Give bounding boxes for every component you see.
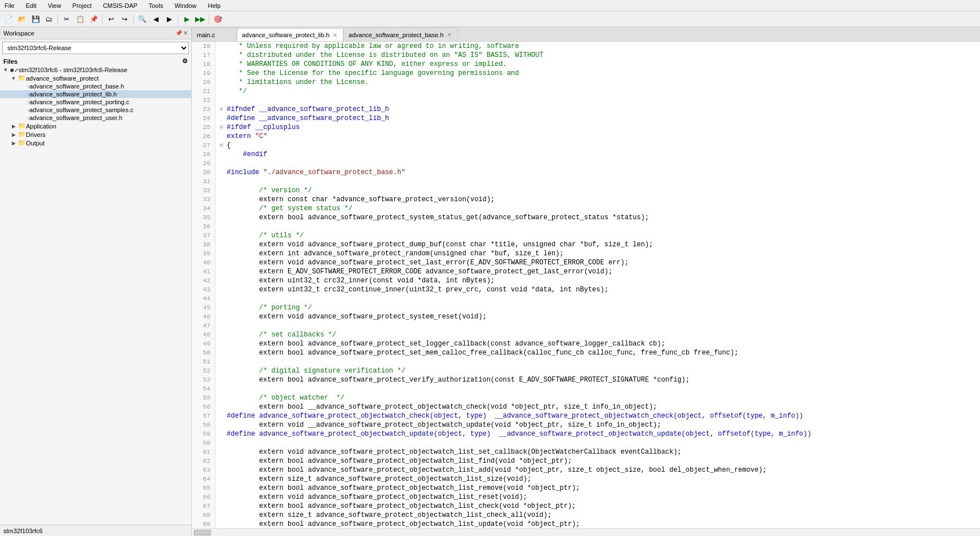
- expand-glyph-51: [220, 357, 227, 366]
- line-number-34: 34: [194, 204, 213, 213]
- code-line-52: /* digital signature verification */: [220, 366, 980, 375]
- tree-item-output[interactable]: ▶ 📁 Output: [0, 139, 191, 147]
- menu-tools[interactable]: Tools: [147, 2, 166, 9]
- undo-button[interactable]: ↩: [105, 13, 117, 25]
- code-text-16: * Unless required by applicable law or a…: [227, 42, 519, 51]
- line-number-19: 19: [194, 69, 213, 78]
- expand-glyph-27[interactable]: ⊟: [220, 141, 227, 150]
- tree-item-lib-h[interactable]: ▫ advance_software_protect_lib.h: [0, 90, 191, 98]
- copy-button[interactable]: 📋: [74, 13, 86, 25]
- line-number-44: 44: [194, 294, 213, 303]
- sidebar-close-icon[interactable]: ✕: [183, 30, 188, 36]
- code-line-68: extern size_t advance_software_protect_o…: [220, 511, 980, 520]
- menu-file[interactable]: File: [2, 2, 17, 9]
- target-button[interactable]: 🎯: [211, 13, 224, 25]
- debug-button[interactable]: ▶▶: [194, 13, 206, 25]
- menu-edit[interactable]: Edit: [24, 2, 39, 9]
- tab-bar: main.c advance_software_protect_lib.h ✕ …: [192, 27, 980, 42]
- menu-help[interactable]: Help: [206, 2, 223, 9]
- workspace-dropdown[interactable]: stm32f103rfc6-Release: [2, 42, 189, 54]
- tab-close-lib-h[interactable]: ✕: [332, 32, 338, 38]
- tab-main-c[interactable]: main.c: [192, 28, 237, 41]
- code-line-55: /* object watcher */: [220, 393, 980, 402]
- code-text-50: extern bool advance_software_protect_set…: [227, 348, 738, 357]
- nav-fwd-button[interactable]: ▶: [163, 13, 175, 25]
- code-line-37: /* utils */: [220, 231, 980, 240]
- cut-button[interactable]: ✂: [60, 13, 73, 25]
- sidebar-header-left: Workspace: [3, 30, 34, 37]
- menu-bar: File Edit View Project CMSIS-DAP Tools W…: [0, 0, 980, 11]
- tab-lib-h[interactable]: advance_software_protect_lib.h ✕: [237, 28, 343, 42]
- line-number-65: 65: [194, 484, 213, 493]
- code-text-55: /* object watcher */: [227, 393, 345, 402]
- expand-glyph-25[interactable]: ⊟: [220, 123, 227, 132]
- tree-item-base-h[interactable]: ▫ advance_software_protect_base.h: [0, 82, 191, 90]
- nav-back-button[interactable]: ◀: [149, 13, 162, 25]
- tree-item-samples-c[interactable]: ▫ advance_software_protect_samples.c: [0, 106, 191, 114]
- folder-icon-app: 📁: [18, 122, 26, 130]
- tab-close-base-h[interactable]: ✕: [446, 32, 453, 38]
- code-text-37: /* utils */: [227, 231, 304, 240]
- expand-icon-asp: ▼: [9, 76, 18, 81]
- expand-glyph-59: [220, 429, 227, 438]
- code-text-45: /* porting */: [227, 303, 312, 312]
- root-icon: ■: [10, 67, 14, 73]
- tree-item-user-h[interactable]: ▫ advance_software_protect_user.h: [0, 114, 191, 122]
- find-button[interactable]: 🔍: [136, 13, 148, 25]
- menu-project[interactable]: Project: [70, 2, 94, 9]
- code-text-34: /* get system status */: [227, 204, 352, 213]
- line-number-67: 67: [194, 502, 213, 511]
- expand-glyph-66: [220, 493, 227, 502]
- folder-icon-output: 📁: [18, 139, 26, 147]
- line-number-63: 63: [194, 466, 213, 475]
- open-button[interactable]: 📂: [16, 13, 28, 25]
- pin-icon[interactable]: 📌: [175, 30, 182, 36]
- tree-item-drivers[interactable]: ▶ 📁 Drivers: [0, 130, 191, 139]
- code-line-45: /* porting */: [220, 303, 980, 312]
- build-button[interactable]: ▶: [180, 13, 193, 25]
- sidebar-status: stm32f103rfc6: [0, 525, 191, 536]
- expand-glyph-23[interactable]: ⊟: [220, 105, 227, 114]
- code-text-42: extern uint32_t crc32_inner(const void *…: [227, 276, 495, 285]
- line-number-23: 23: [194, 105, 213, 114]
- menu-window[interactable]: Window: [172, 2, 198, 9]
- line-number-38: 38: [194, 240, 213, 249]
- code-line-69: extern bool advance_software_protect_obj…: [220, 520, 980, 528]
- tab-label-base-h: advance_software_protect_base.h: [348, 32, 443, 38]
- save-all-button[interactable]: 🗂: [43, 13, 55, 25]
- save-button[interactable]: 💾: [29, 13, 42, 25]
- horizontal-scroll-thumb[interactable]: [194, 530, 211, 535]
- menu-cmsis[interactable]: CMSIS-DAP: [101, 2, 140, 9]
- code-text-59: #define advance_software_protect_objectw…: [227, 429, 811, 438]
- menu-view[interactable]: View: [46, 2, 64, 9]
- toolbar-sep-1: [58, 14, 58, 24]
- line-number-61: 61: [194, 448, 213, 457]
- tree-item-porting-c[interactable]: ▫ advance_software_protect_porting.c: [0, 98, 191, 106]
- tree-item-application[interactable]: ▶ 📁 Application: [0, 122, 191, 130]
- line-number-64: 64: [194, 475, 213, 484]
- tree-item-asp-folder[interactable]: ▼ 📁 advance_software_protect: [0, 74, 191, 82]
- redo-button[interactable]: ↪: [118, 13, 131, 25]
- expand-glyph-60: [220, 438, 227, 448]
- expand-glyph-47: [220, 321, 227, 330]
- expand-glyph-43: [220, 285, 227, 294]
- tab-base-h[interactable]: advance_software_protect_base.h ✕: [343, 28, 457, 41]
- code-text-33: extern const char *advance_software_prot…: [227, 195, 495, 204]
- tree-item-root[interactable]: ▼ ■ ✓ stm32f103rfc6 - stm32f103rfc6-Rele…: [0, 66, 191, 74]
- code-line-62: extern bool advance_software_protect_obj…: [220, 457, 980, 466]
- code-editor[interactable]: 1617181920212223242526272829303132333435…: [192, 42, 980, 528]
- new-file-button[interactable]: 📄: [2, 13, 15, 25]
- code-line-57: #define advance_software_protect_objectw…: [220, 411, 980, 420]
- code-text-57: #define advance_software_protect_objectw…: [227, 411, 804, 420]
- bottom-scrollbar[interactable]: [192, 528, 980, 536]
- expand-icon-drivers: ▶: [9, 132, 18, 138]
- line-number-30: 30: [194, 168, 213, 177]
- line-number-40: 40: [194, 258, 213, 267]
- workspace-dropdown-container: stm32f103rfc6-Release: [0, 39, 191, 56]
- settings-icon[interactable]: ⚙: [182, 57, 188, 65]
- expand-glyph-42: [220, 276, 227, 285]
- paste-button[interactable]: 📌: [87, 13, 100, 25]
- expand-glyph-56: [220, 402, 227, 411]
- code-text-65: extern bool advance_software_protect_obj…: [227, 484, 580, 493]
- files-label: Files: [3, 58, 17, 65]
